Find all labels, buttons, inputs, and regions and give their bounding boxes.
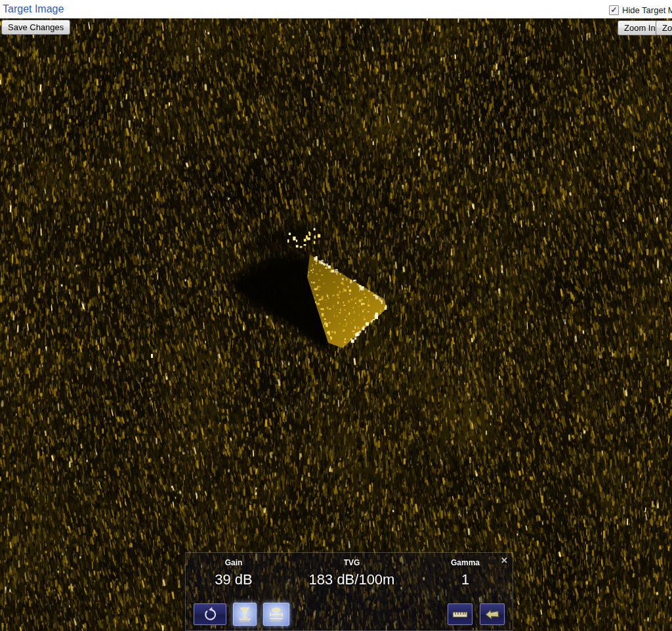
- target-image-link[interactable]: Target Image: [3, 3, 64, 15]
- gain-control: Gain 39 dB: [168, 558, 299, 588]
- hull-mount-button[interactable]: [263, 603, 289, 626]
- reset-icon: [201, 605, 219, 624]
- adjustment-panel: ✕ Gain 39 dB TVG 183 dB/100m Gamma 1: [185, 552, 513, 631]
- tvg-label: TVG: [286, 558, 417, 567]
- hide-target-checkbox[interactable]: ✓: [609, 5, 619, 15]
- pole-mount-icon: [236, 605, 253, 624]
- reset-button[interactable]: [194, 603, 226, 625]
- gamma-label: Gamma: [400, 558, 531, 567]
- flag-icon: [484, 606, 501, 623]
- hull-mount-icon: [267, 605, 285, 624]
- hide-target-control: ✓ Hide Target M: [609, 5, 672, 15]
- pole-mount-button[interactable]: [233, 603, 257, 626]
- zoom-out-button[interactable]: Zoom Out: [656, 20, 672, 35]
- gain-label: Gain: [168, 558, 299, 567]
- save-changes-button[interactable]: Save Changes: [1, 20, 70, 35]
- top-bar: Target Image ✓ Hide Target M: [0, 0, 672, 18]
- tvg-value: 183 dB/100m: [286, 571, 417, 588]
- flag-button[interactable]: [480, 603, 505, 625]
- hide-target-label: Hide Target M: [622, 5, 672, 15]
- tvg-control: TVG 183 dB/100m: [286, 558, 417, 588]
- gamma-control: Gamma 1: [400, 558, 531, 588]
- gain-value: 39 dB: [168, 571, 299, 588]
- ruler-icon: [451, 607, 469, 622]
- sonar-image[interactable]: [0, 18, 672, 631]
- measure-button[interactable]: [448, 603, 472, 625]
- gamma-value: 1: [400, 571, 531, 588]
